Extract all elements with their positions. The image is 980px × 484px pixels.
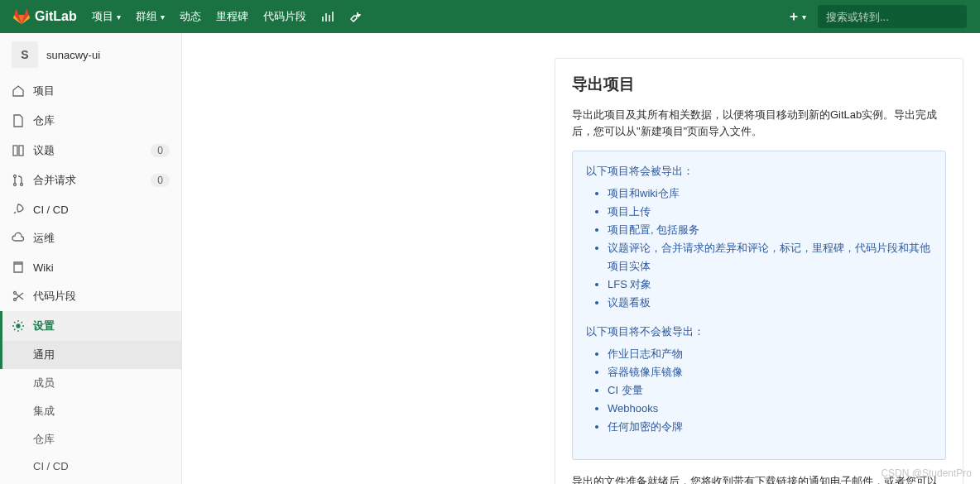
list-item: LFS 对象 — [608, 276, 932, 294]
cloud-icon — [12, 232, 25, 245]
list-item: 项目配置, 包括服务 — [608, 221, 932, 239]
list-item: 任何加密的令牌 — [608, 418, 932, 436]
scissors-icon — [12, 290, 25, 303]
sidebar-item-wiki[interactable]: Wiki — [0, 253, 181, 281]
sidebar-item-snippets[interactable]: 代码片段 — [0, 281, 181, 311]
book-icon — [12, 261, 25, 274]
nav-groups[interactable]: 群组▾ — [136, 9, 165, 24]
list-item: 作业日志和产物 — [608, 345, 932, 363]
chevron-down-icon: ▾ — [802, 12, 806, 22]
settings-sub-operations[interactable]: 运维 — [0, 479, 181, 484]
wont-export-list: 作业日志和产物 容器镜像库镜像 CI 变量 Webhooks 任何加密的令牌 — [608, 345, 932, 436]
list-item: CI 变量 — [608, 381, 932, 400]
new-item-dropdown[interactable]: ▾ — [788, 11, 806, 22]
svg-point-2 — [14, 175, 17, 178]
svg-point-7 — [17, 324, 20, 328]
home-icon — [12, 84, 25, 98]
sidebar-item-settings[interactable]: 设置 — [0, 311, 181, 341]
top-navbar: GitLab 项目▾ 群组▾ 动态 里程碑 代码片段 ▾ — [0, 0, 980, 33]
settings-sub-integrations[interactable]: 集成 — [0, 397, 181, 425]
will-export-label: 以下项目将会被导出： — [586, 163, 932, 180]
settings-sub-members[interactable]: 成员 — [0, 369, 181, 397]
sidebar-item-operations[interactable]: 运维 — [0, 223, 181, 253]
list-item: 议题评论，合并请求的差异和评论，标记，里程碑，代码片段和其他项目实体 — [608, 239, 932, 276]
gitlab-logo-icon — [13, 8, 30, 25]
settings-sub-general[interactable]: 通用 — [0, 341, 181, 369]
issues-count-badge: 0 — [151, 144, 170, 157]
wrench-icon[interactable] — [349, 10, 363, 23]
search-input[interactable] — [818, 5, 967, 28]
export-info-box: 以下项目将会被导出： 项目和wiki仓库 项目上传 项目配置, 包括服务 议题评… — [572, 151, 946, 460]
svg-point-3 — [14, 184, 17, 186]
issues-icon — [12, 144, 25, 157]
list-item: 项目上传 — [608, 203, 932, 221]
list-item: 议题看板 — [608, 294, 932, 312]
nav-milestones[interactable]: 里程碑 — [216, 9, 248, 24]
nav-projects[interactable]: 项目▾ — [92, 9, 121, 24]
export-desc: 导出此项目及其所有相关数据，以便将项目移动到新的GitLab实例。导出完成后，您… — [572, 107, 946, 139]
mr-count-badge: 0 — [151, 174, 170, 187]
export-project-card: 导出项目 导出此项目及其所有相关数据，以便将项目移动到新的GitLab实例。导出… — [555, 58, 963, 484]
chevron-down-icon: ▾ — [117, 12, 121, 22]
list-item: 容器镜像库镜像 — [608, 363, 932, 381]
file-icon — [12, 114, 25, 127]
sidebar: S sunacwy-ui 项目 仓库 议题 0 合并请求 0 CI / CD 运… — [0, 33, 182, 484]
sidebar-item-issues[interactable]: 议题 0 — [0, 136, 181, 165]
svg-point-4 — [21, 184, 23, 186]
sidebar-item-cicd[interactable]: CI / CD — [0, 195, 181, 223]
chevron-down-icon: ▾ — [161, 12, 165, 22]
list-item: 项目和wiki仓库 — [608, 184, 932, 203]
project-header[interactable]: S sunacwy-ui — [0, 33, 181, 76]
nav-snippets[interactable]: 代码片段 — [263, 9, 306, 24]
svg-rect-1 — [19, 146, 23, 156]
settings-sub-cicd[interactable]: CI / CD — [0, 453, 181, 479]
nav-activity[interactable]: 动态 — [180, 9, 201, 24]
list-item: Webhooks — [608, 400, 932, 418]
sidebar-item-project[interactable]: 项目 — [0, 76, 181, 106]
project-name: sunacwy-ui — [46, 49, 100, 61]
sidebar-item-merge-requests[interactable]: 合并请求 0 — [0, 165, 181, 195]
project-avatar: S — [12, 41, 38, 68]
rocket-icon — [12, 203, 25, 216]
watermark: CSDN @StudentPro — [881, 467, 972, 479]
sidebar-item-repository[interactable]: 仓库 — [0, 106, 181, 136]
analytics-icon[interactable] — [321, 10, 334, 23]
export-title: 导出项目 — [572, 74, 946, 95]
main-content: 导出项目 导出此项目及其所有相关数据，以便将项目移动到新的GitLab实例。导出… — [182, 33, 980, 484]
gear-icon — [12, 319, 25, 333]
svg-rect-0 — [13, 146, 17, 156]
wont-export-label: 以下项目将不会被导出： — [586, 323, 932, 340]
merge-icon — [12, 174, 25, 187]
brand-text[interactable]: GitLab — [35, 9, 77, 24]
settings-sub-repository[interactable]: 仓库 — [0, 425, 181, 453]
will-export-list: 项目和wiki仓库 项目上传 项目配置, 包括服务 议题评论，合并请求的差异和评… — [608, 184, 932, 313]
